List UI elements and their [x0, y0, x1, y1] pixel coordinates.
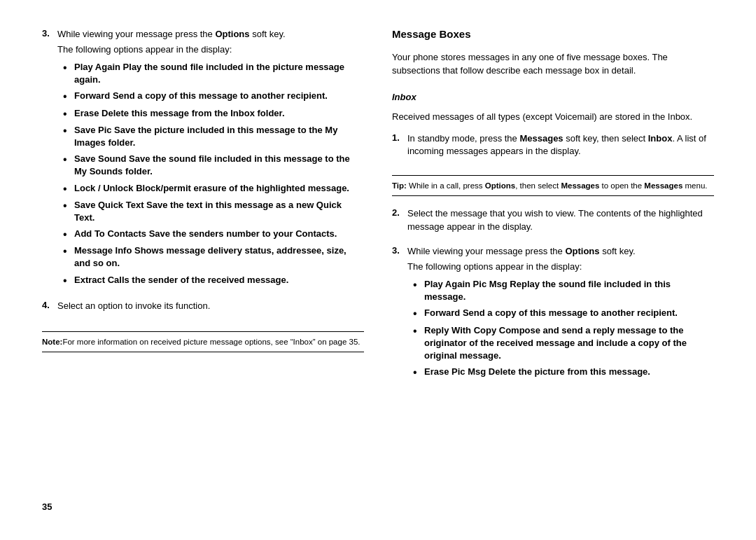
right-step1-before: In standby mode, press the	[407, 133, 519, 144]
list-item: • Play Again Pic Msg Replay the sound fi…	[413, 278, 714, 303]
right-step1: 1. In standby mode, press the Messages s…	[392, 132, 714, 162]
bullet-dot: •	[63, 274, 70, 287]
right-step1-content: In standby mode, press the Messages soft…	[407, 132, 714, 162]
inbox-intro: Received messages of all types (except V…	[392, 111, 714, 124]
page-number: 35	[42, 501, 52, 512]
left-step4-text: Select an option to invoke its function.	[57, 300, 364, 313]
bullet-dot: •	[63, 107, 70, 120]
tip-bold2: Messages	[561, 181, 599, 190]
tip-bold1: Options	[485, 181, 515, 190]
right-step2-text: Select the message that you wish to view…	[407, 207, 714, 234]
bullet-text: Forward Send a copy of this message to a…	[424, 307, 678, 320]
right-step3: 3. While viewing your message press the …	[392, 245, 714, 383]
right-step3-bold: Options	[565, 246, 599, 256]
tip-after: to open the	[599, 181, 644, 190]
left-step3-content: While viewing your message press the Opt…	[57, 28, 364, 291]
bullet-text: Extract Calls the sender of the received…	[74, 274, 288, 287]
note-label: Note:	[42, 338, 62, 346]
right-step3-before: While viewing your message press the	[407, 246, 565, 256]
list-item: • Extract Calls the sender of the receiv…	[63, 274, 364, 287]
bullet-text: Add To Contacts Save the senders number …	[74, 228, 337, 241]
note-text: For more information on received picture…	[62, 338, 360, 346]
left-column: 3. While viewing your message press the …	[42, 28, 364, 512]
note-box: Note:For more information on received pi…	[42, 331, 364, 352]
tip-middle: , then select	[515, 181, 561, 190]
left-step4-number: 4.	[42, 300, 53, 316]
inbox-heading: Inbox	[392, 92, 714, 102]
left-step3-text: While viewing your message press the Opt…	[57, 28, 364, 41]
left-step3-number: 3.	[42, 28, 53, 291]
bullet-dot: •	[63, 199, 70, 224]
list-item: • Erase Delete this message from the Inb…	[63, 107, 364, 120]
right-step1-text: In standby mode, press the Messages soft…	[407, 132, 714, 159]
bullet-dot: •	[63, 182, 70, 195]
tip-box: Tip: While in a call, press Options, the…	[392, 175, 714, 196]
bullet-text: Forward Send a copy of this message to a…	[74, 90, 328, 103]
list-item: • Save Sound Save the sound file include…	[63, 153, 364, 178]
left-step3-sub-intro: The following options appear in the disp…	[57, 43, 364, 57]
right-step3-text: While viewing your message press the Opt…	[407, 245, 714, 258]
bullet-text: Play Again Pic Msg Replay the sound file…	[424, 278, 714, 303]
right-step2-number: 2.	[392, 207, 403, 237]
list-item: • Message Info Shows message delivery st…	[63, 244, 364, 270]
right-step2: 2. Select the message that you wish to v…	[392, 207, 714, 237]
bullet-dot: •	[63, 61, 70, 86]
tip-bold3: Messages	[644, 181, 682, 190]
right-step3-content: While viewing your message press the Opt…	[407, 245, 714, 383]
right-step1-bold1: Messages	[519, 133, 563, 144]
bullet-dot: •	[63, 153, 70, 178]
list-item: • Forward Send a copy of this message to…	[63, 90, 364, 103]
right-step1-after: soft key, then select	[564, 133, 648, 144]
left-step4: 4. Select an option to invoke its functi…	[42, 300, 364, 316]
left-step3-text-after: soft key.	[250, 29, 286, 39]
bullet-dot: •	[413, 366, 420, 379]
left-step3: 3. While viewing your message press the …	[42, 28, 364, 291]
bullet-dot: •	[413, 307, 420, 320]
bullet-dot: •	[413, 278, 420, 303]
bullet-text: Save Sound Save the sound file included …	[74, 153, 364, 178]
section-heading: Message Boxes	[392, 28, 714, 40]
list-item: • Add To Contacts Save the senders numbe…	[63, 228, 364, 241]
bullet-text: Message Info Shows message delivery stat…	[74, 244, 364, 270]
list-item: • Forward Send a copy of this message to…	[413, 307, 714, 320]
bullet-text: Play Again Play the sound file included …	[74, 61, 364, 86]
right-intro: Your phone stores messages in any one of…	[392, 51, 714, 78]
left-step3-bold: Options	[215, 29, 249, 39]
right-step3-number: 3.	[392, 245, 403, 383]
left-bullet-list: • Play Again Play the sound file include…	[63, 61, 364, 287]
right-step3-sub-intro: The following options appear in the disp…	[407, 261, 714, 274]
tip-end: menu.	[682, 181, 707, 190]
list-item: • Play Again Play the sound file include…	[63, 61, 364, 86]
right-column: Message Boxes Your phone stores messages…	[392, 28, 714, 512]
page-number-area: 35	[42, 487, 364, 512]
bullet-text: Save Pic Save the picture included in th…	[74, 124, 364, 149]
tip-label: Tip:	[392, 181, 407, 190]
list-item: • Save Quick Text Save the text in this …	[63, 199, 364, 224]
list-item: • Lock / Unlock Block/permit erasure of …	[63, 182, 364, 195]
left-step4-content: Select an option to invoke its function.	[57, 300, 364, 316]
bullet-dot: •	[63, 124, 70, 149]
right-step3-after: soft key.	[600, 246, 636, 256]
list-item: • Erase Pic Msg Delete the picture from …	[413, 366, 714, 379]
list-item: • Reply With Copy Compose and send a rep…	[413, 324, 714, 363]
bullet-text: Erase Delete this message from the Inbox…	[74, 107, 285, 120]
list-item: • Save Pic Save the picture included in …	[63, 124, 364, 149]
right-step1-bold2: Inbox	[648, 133, 673, 144]
left-step3-text-before: While viewing your message press the	[57, 29, 215, 39]
bullet-dot: •	[413, 324, 420, 363]
right-step1-number: 1.	[392, 132, 403, 162]
bullet-text: Reply With Copy Compose and send a reply…	[424, 324, 714, 363]
bullet-text: Erase Pic Msg Delete the picture from th…	[424, 366, 650, 379]
bullet-text: Save Quick Text Save the text in this me…	[74, 199, 364, 224]
bullet-dot: •	[63, 244, 70, 270]
bullet-dot: •	[63, 90, 70, 103]
bullet-dot: •	[63, 228, 70, 241]
right-step2-content: Select the message that you wish to view…	[407, 207, 714, 237]
right-bullet-list: • Play Again Pic Msg Replay the sound fi…	[413, 278, 714, 379]
bullet-text: Lock / Unlock Block/permit erasure of th…	[74, 182, 349, 195]
tip-text-before: While in a call, press	[407, 181, 485, 190]
